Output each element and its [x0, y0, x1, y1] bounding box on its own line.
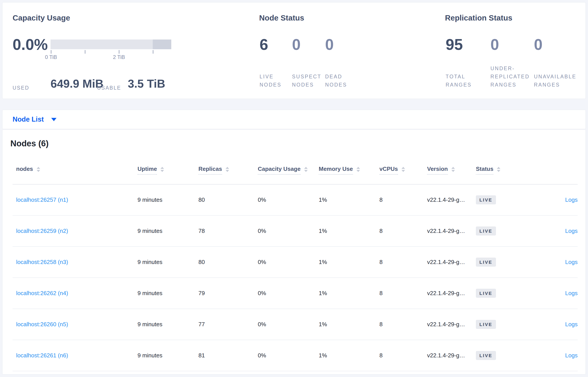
node-link[interactable]: localhost:26262 (n4)	[16, 290, 68, 296]
suspect-nodes-count: 0	[292, 37, 301, 52]
replicas-cell: 77	[199, 321, 258, 328]
node-link[interactable]: localhost:26257 (n1)	[16, 196, 68, 203]
status-badge: LIVE	[476, 320, 496, 329]
node-status-title: Node Status	[259, 13, 304, 22]
logs-link[interactable]: Logs	[565, 321, 578, 328]
capacity-bar-nonusable-segment	[153, 39, 171, 49]
column-header-vcpus[interactable]: vCPUs	[379, 165, 427, 175]
vcpus-cell: 8	[379, 259, 427, 266]
logs-link[interactable]: Logs	[565, 259, 578, 265]
unavailable-ranges-count: 0	[534, 37, 542, 52]
usable-value: 3.5 TiB	[128, 78, 165, 89]
table-row: localhost:26258 (n3) 9 minutes 80 0% 1% …	[12, 247, 578, 278]
sort-icon	[497, 167, 500, 172]
sort-icon	[37, 167, 40, 172]
status-badge: LIVE	[476, 226, 496, 236]
logs-link[interactable]: Logs	[565, 228, 578, 234]
sort-icon	[356, 167, 360, 172]
column-header-replicas[interactable]: Replicas	[199, 165, 258, 175]
replicas-cell: 81	[199, 352, 258, 359]
nodes-table-header: nodes Uptime Replicas Capacity Usage	[12, 156, 578, 185]
cluster-summary-panel: Capacity Usage 0.0% 0 TiB 2 TiB USED 649…	[2, 2, 586, 99]
uptime-cell: 9 minutes	[138, 228, 199, 235]
usable-label: USABLE	[97, 85, 121, 91]
logs-link[interactable]: Logs	[565, 196, 578, 203]
total-ranges-count: 95	[446, 37, 463, 52]
capacity-used-percent: 0.0%	[12, 37, 48, 52]
logs-link[interactable]: Logs	[565, 290, 578, 296]
node-link[interactable]: localhost:26261 (n6)	[16, 352, 68, 359]
memory-use-cell: 1%	[319, 321, 379, 328]
used-value: 649.9 MiB	[50, 78, 104, 89]
column-header-capacity-usage[interactable]: Capacity Usage	[258, 165, 319, 175]
capacity-axis-tick	[119, 50, 119, 54]
under-replicated-ranges-count: 0	[490, 37, 499, 52]
node-link[interactable]: localhost:26258 (n3)	[16, 259, 68, 265]
uptime-cell: 9 minutes	[138, 196, 199, 203]
nodes-section-title: Nodes (6)	[10, 139, 48, 148]
column-header-nodes[interactable]: nodes	[12, 165, 138, 175]
node-list-panel: Nodes (6) nodes Uptime Replicas	[2, 129, 586, 375]
version-cell: v22.1.4-29-g…	[427, 196, 476, 203]
memory-use-cell: 1%	[319, 352, 379, 359]
version-cell: v22.1.4-29-g…	[427, 321, 476, 328]
vcpus-cell: 8	[379, 196, 427, 203]
capacity-usage-cell: 0%	[258, 290, 319, 297]
column-header-status[interactable]: Status	[476, 165, 528, 175]
vcpus-cell: 8	[379, 321, 427, 328]
memory-use-cell: 1%	[319, 259, 379, 266]
live-nodes-label: LIVE NODES	[259, 73, 282, 89]
sort-icon	[161, 167, 164, 172]
chevron-down-icon	[51, 118, 57, 121]
nodes-table: nodes Uptime Replicas Capacity Usage	[12, 156, 578, 371]
sort-icon	[304, 167, 308, 172]
logs-link[interactable]: Logs	[565, 352, 578, 359]
capacity-axis-tick	[51, 50, 51, 54]
version-cell: v22.1.4-29-g…	[427, 259, 476, 266]
status-badge: LIVE	[476, 351, 496, 360]
sort-icon	[401, 167, 405, 172]
view-mode-dropdown-label: Node List	[12, 116, 44, 123]
node-link[interactable]: localhost:26260 (n5)	[16, 321, 68, 328]
vcpus-cell: 8	[379, 352, 427, 359]
capacity-tick-label-2: 2 TiB	[104, 54, 134, 60]
memory-use-cell: 1%	[319, 196, 379, 203]
dead-nodes-label: DEAD NODES	[325, 73, 347, 89]
version-cell: v22.1.4-29-g…	[427, 228, 476, 235]
uptime-cell: 9 minutes	[138, 290, 199, 297]
column-header-uptime[interactable]: Uptime	[138, 165, 199, 175]
replicas-cell: 80	[199, 196, 258, 203]
version-cell: v22.1.4-29-g…	[427, 352, 476, 359]
capacity-usage-cell: 0%	[258, 352, 319, 359]
capacity-axis-tick	[153, 50, 153, 54]
table-row: localhost:26261 (n6) 9 minutes 81 0% 1% …	[12, 340, 578, 371]
table-row: localhost:26262 (n4) 9 minutes 79 0% 1% …	[12, 278, 578, 309]
status-badge: LIVE	[476, 195, 496, 204]
capacity-usage-bar	[50, 39, 171, 49]
vcpus-cell: 8	[379, 290, 427, 297]
capacity-axis-tick	[85, 50, 85, 54]
view-mode-dropdown[interactable]: Node List	[12, 110, 57, 129]
table-row: localhost:26260 (n5) 9 minutes 77 0% 1% …	[12, 309, 578, 340]
capacity-tick-label-0: 0 TiB	[35, 54, 66, 60]
memory-use-cell: 1%	[319, 290, 379, 297]
used-label: USED	[12, 85, 29, 91]
suspect-nodes-label: SUSPECT NODES	[292, 73, 321, 89]
uptime-cell: 9 minutes	[138, 352, 199, 359]
status-badge: LIVE	[476, 258, 496, 267]
node-link[interactable]: localhost:26259 (n2)	[16, 228, 68, 234]
dead-nodes-count: 0	[325, 37, 334, 52]
replicas-cell: 80	[199, 259, 258, 266]
capacity-usage-cell: 0%	[258, 321, 319, 328]
sort-icon	[451, 167, 455, 172]
view-selector-bar: Node List	[2, 110, 586, 129]
vcpus-cell: 8	[379, 228, 427, 235]
status-badge: LIVE	[476, 289, 496, 298]
column-header-version[interactable]: Version	[427, 165, 476, 175]
table-row: localhost:26257 (n1) 9 minutes 80 0% 1% …	[12, 185, 578, 216]
capacity-usage-title: Capacity Usage	[12, 13, 70, 22]
capacity-usage-cell: 0%	[258, 196, 319, 203]
column-header-memory-use[interactable]: Memory Use	[319, 165, 379, 175]
table-row: localhost:26259 (n2) 9 minutes 78 0% 1% …	[12, 216, 578, 247]
replicas-cell: 79	[199, 290, 258, 297]
